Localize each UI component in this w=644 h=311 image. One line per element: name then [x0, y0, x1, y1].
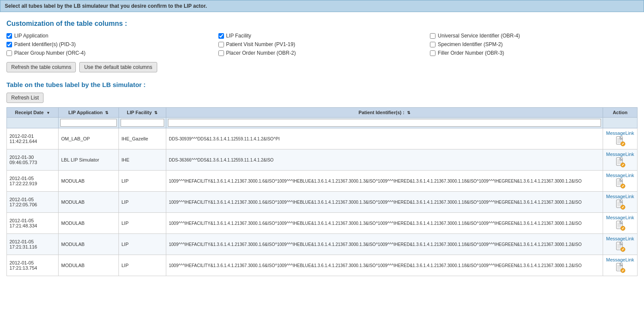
sort-icon-lip-facility: ⇅	[154, 111, 158, 115]
cb-specimen-id-label: Specimen Identifier (SPM-2)	[438, 41, 503, 47]
table-body: 2012-02-01 11:42:21.644OM_LAB_OPIHE_Gaze…	[7, 128, 638, 276]
cell-lip-facility: LIP	[119, 192, 166, 213]
refresh-columns-button[interactable]: Refresh the table columns	[6, 62, 76, 72]
table-section-title: Table on the tubes label by the LB simul…	[6, 81, 638, 88]
cell-lip-facility: LIP	[119, 234, 166, 255]
filter-lip-facility-input[interactable]	[121, 119, 164, 127]
cell-patient-id: 1009^^^IHEFACILITY&1.3.6.1.4.1.21367.300…	[166, 213, 603, 234]
cell-lip-application: LBL LIP Simulator	[59, 149, 119, 171]
col-patient-id[interactable]: Patient Identifier(s) : ⇅	[166, 108, 603, 118]
filter-lip-application[interactable]	[59, 118, 119, 128]
cell-action: MessageLink	[603, 213, 638, 234]
message-link-wrap: MessageLink	[606, 131, 635, 147]
banner-text: Select all tubes label by the LB simulat…	[5, 3, 207, 9]
message-link-wrap: MessageLink	[606, 194, 635, 210]
table-row: 2012-02-01 11:42:21.644OM_LAB_OPIHE_Gaze…	[7, 128, 638, 149]
cell-action: MessageLink	[603, 192, 638, 213]
cell-receipt-date: 2012-01-05 17:22:22.919	[7, 171, 59, 192]
cell-lip-facility: LIP	[119, 255, 166, 276]
filter-receipt-date	[7, 118, 59, 128]
cb-patient-id-label: Patient Identifier(s) (PID-3)	[14, 41, 76, 47]
filter-patient-id[interactable]	[166, 118, 603, 128]
cell-action: MessageLink	[603, 171, 638, 192]
checkbox-universal-service[interactable]: Universal Service Identifier (OBR-4)	[430, 33, 638, 39]
filter-patient-id-input[interactable]	[168, 119, 601, 127]
cb-universal-service[interactable]	[430, 33, 436, 39]
cb-lip-facility[interactable]	[218, 33, 224, 39]
message-link-wrap: MessageLink	[606, 152, 635, 168]
cell-action: MessageLink	[603, 234, 638, 255]
message-link-wrap: MessageLink	[606, 215, 635, 231]
customization-buttons: Refresh the table columns Use the defaul…	[6, 62, 638, 72]
message-link-wrap: MessageLink	[606, 257, 635, 274]
message-link-icon	[615, 157, 626, 168]
table-row: 2012-01-05 17:21:48.334MODULABLIP1009^^^…	[7, 213, 638, 234]
table-row: 2012-01-30 09:46:05.773LBL LIP Simulator…	[7, 149, 638, 171]
cell-receipt-date: 2012-02-01 11:42:21.644	[7, 128, 59, 149]
cell-lip-application: MODULAB	[59, 234, 119, 255]
default-columns-button[interactable]: Use the default table columns	[79, 62, 157, 72]
message-link-icon	[615, 136, 626, 147]
cell-patient-id: 1009^^^IHEFACILITY&1.3.6.1.4.1.21367.300…	[166, 234, 603, 255]
checkbox-specimen-id[interactable]: Specimen Identifier (SPM-2)	[430, 41, 638, 47]
col-receipt-date[interactable]: Receipt Date ▼	[7, 108, 59, 118]
sort-icon-patient-id: ⇅	[407, 111, 411, 115]
cb-universal-service-label: Universal Service Identifier (OBR-4)	[438, 33, 520, 39]
filter-lip-application-input[interactable]	[60, 119, 117, 127]
cell-patient-id: 1009^^^IHEFACILITY&1.3.6.1.4.1.21367.300…	[166, 171, 603, 192]
cell-patient-id: DDS-36366^^^DDS&1.3.6.1.4.1.12559.11.1.4…	[166, 149, 603, 171]
checkbox-placer-group[interactable]: Placer Group Number (ORC-4)	[6, 50, 214, 56]
main-content: Customization of the table columns : LIP…	[0, 12, 644, 280]
col-lip-facility[interactable]: LIP Facility ⇅	[119, 108, 166, 118]
cell-lip-application: OM_LAB_OP	[59, 128, 119, 149]
checkbox-lip-facility[interactable]: LIP Facility	[218, 33, 426, 39]
cb-placer-order[interactable]	[218, 50, 224, 56]
checkbox-lip-application[interactable]: LIP Application	[6, 33, 214, 39]
filter-lip-facility[interactable]	[119, 118, 166, 128]
message-link[interactable]: MessageLink	[606, 215, 634, 220]
cb-specimen-id[interactable]	[430, 42, 436, 47]
cell-receipt-date: 2012-01-05 17:22:05.706	[7, 192, 59, 213]
message-link-icon	[615, 241, 626, 252]
cell-lip-application: MODULAB	[59, 171, 119, 192]
cell-receipt-date: 2012-01-05 17:21:31.116	[7, 234, 59, 255]
cb-placer-group-label: Placer Group Number (ORC-4)	[14, 50, 85, 56]
checkbox-patient-visit[interactable]: Patient Visit Number (PV1-19)	[218, 41, 426, 47]
top-banner: Select all tubes label by the LB simulat…	[0, 0, 644, 12]
message-link[interactable]: MessageLink	[606, 131, 634, 136]
message-link-wrap: MessageLink	[606, 173, 635, 189]
sort-icon-lip-application: ⇅	[105, 111, 109, 115]
message-link[interactable]: MessageLink	[606, 236, 634, 241]
checkbox-filler-order[interactable]: Filler Order Number (OBR-3)	[430, 50, 638, 56]
cell-action: MessageLink	[603, 128, 638, 149]
checkbox-patient-id[interactable]: Patient Identifier(s) (PID-3)	[6, 41, 214, 47]
checkbox-placer-order[interactable]: Placer Order Number (OBR-2)	[218, 50, 426, 56]
cb-patient-id[interactable]	[6, 42, 12, 47]
col-lip-application[interactable]: LIP Application ⇅	[59, 108, 119, 118]
cb-patient-visit[interactable]	[218, 42, 224, 47]
checkboxes-grid: LIP Application LIP Facility Universal S…	[6, 33, 638, 56]
cell-lip-application: MODULAB	[59, 192, 119, 213]
cb-placer-group[interactable]	[6, 50, 12, 56]
message-link-icon	[615, 220, 626, 231]
cell-lip-facility: IHE_Gazelle	[119, 128, 166, 149]
cb-patient-visit-label: Patient Visit Number (PV1-19)	[226, 41, 296, 47]
message-link-icon	[615, 178, 626, 189]
cb-filler-order[interactable]	[430, 50, 436, 56]
customization-title: Customization of the table columns :	[6, 20, 638, 28]
table-row: 2012-01-05 17:22:22.919MODULABLIP1009^^^…	[7, 171, 638, 192]
table-filter-row	[7, 118, 638, 128]
sort-icon-receipt-date: ▼	[46, 111, 50, 115]
cell-patient-id: 1009^^^IHEFACILITY&1.3.6.1.4.1.21367.300…	[166, 255, 603, 276]
message-link[interactable]: MessageLink	[606, 257, 634, 262]
cb-lip-application[interactable]	[6, 33, 12, 39]
message-link[interactable]: MessageLink	[606, 152, 634, 157]
cell-lip-facility: IHE	[119, 149, 166, 171]
cb-placer-order-label: Placer Order Number (OBR-2)	[226, 50, 296, 56]
cell-patient-id: 1009^^^IHEFACILITY&1.3.6.1.4.1.21367.300…	[166, 192, 603, 213]
cell-patient-id: DDS-30939^^^DDS&1.3.6.1.4.1.12559.11.1.4…	[166, 128, 603, 149]
table-row: 2012-01-05 17:22:05.706MODULABLIP1009^^^…	[7, 192, 638, 213]
message-link[interactable]: MessageLink	[606, 194, 634, 199]
message-link[interactable]: MessageLink	[606, 173, 634, 178]
refresh-list-button[interactable]: Refresh List	[6, 93, 44, 103]
